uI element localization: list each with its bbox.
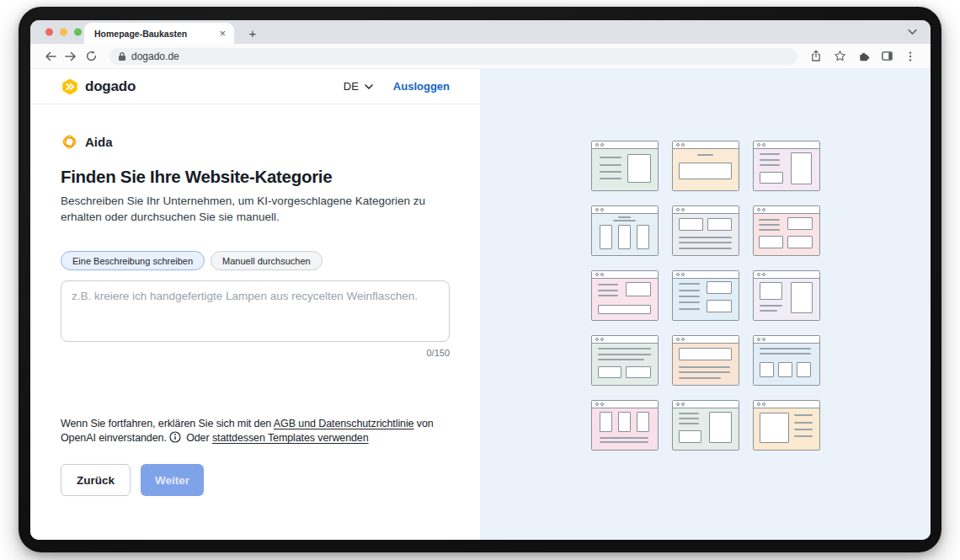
browser-tab[interactable]: Homepage-Baukasten × (84, 23, 234, 44)
dogado-hexagon-icon (61, 77, 79, 96)
use-templates-link[interactable]: stattdessen Templates verwenden (212, 432, 369, 444)
share-icon[interactable] (806, 46, 826, 67)
thumbnail-titlebar (754, 401, 819, 408)
template-thumbnail[interactable] (753, 335, 820, 386)
template-thumbnail[interactable] (672, 335, 739, 386)
chevron-down-icon (365, 84, 373, 89)
info-icon[interactable] (169, 431, 181, 447)
template-thumbnail[interactable] (591, 141, 659, 191)
tab-close-icon[interactable]: × (217, 28, 227, 39)
page-title: Finden Sie Ihre Website-Kategorie (61, 167, 450, 187)
aida-logo: Aida (61, 133, 450, 151)
thumbnail-titlebar (592, 206, 658, 214)
thumbnail-titlebar (592, 336, 658, 344)
legal-text: Wenn Sie fortfahren, erklären Sie sich m… (61, 417, 450, 447)
forward-icon[interactable] (61, 46, 81, 67)
tab-browse-manually[interactable]: Manuell durchsuchen (211, 251, 323, 270)
device-frame: Homepage-Baukasten × + doga (19, 7, 941, 552)
char-counter: 0/150 (61, 348, 450, 358)
thumbnail-titlebar (673, 336, 739, 344)
url-text: dogado.de (131, 51, 179, 62)
template-thumbnail[interactable] (672, 400, 739, 451)
thumbnail-titlebar (673, 206, 739, 214)
address-bar[interactable]: dogado.de (109, 48, 797, 65)
aida-mark-icon (61, 133, 78, 151)
logout-link[interactable]: Ausloggen (393, 80, 450, 93)
template-thumbnail[interactable] (753, 400, 820, 451)
tab-write-description[interactable]: Eine Beschreibung schreiben (61, 251, 205, 270)
template-thumbnail[interactable] (672, 205, 739, 256)
window-zoom-button[interactable] (74, 29, 82, 36)
thumbnail-titlebar (673, 271, 739, 279)
thumbnail-titlebar (592, 401, 658, 408)
reload-icon[interactable] (81, 46, 101, 67)
form-panel: dogado DE Ausloggen Aida (30, 69, 480, 540)
template-thumbnail[interactable] (672, 141, 739, 191)
template-thumbnail[interactable] (672, 270, 739, 321)
mode-tabs: Eine Beschreibung schreiben Manuell durc… (61, 251, 450, 270)
template-thumbnail[interactable] (591, 335, 659, 386)
templates-grid (591, 141, 820, 451)
bookmark-star-icon[interactable] (829, 46, 850, 67)
legal-part1: Wenn Sie fortfahren, erklären Sie sich m… (61, 418, 274, 429)
wizard-actions: Zurück Weiter (61, 464, 450, 496)
language-label: DE (344, 80, 359, 93)
template-thumbnail[interactable] (591, 400, 659, 451)
browser-toolbar: dogado.de (30, 44, 931, 69)
templates-panel (480, 69, 931, 540)
browser-tabstrip: Homepage-Baukasten × + (30, 20, 931, 44)
brand-name: dogado (85, 78, 136, 95)
back-button[interactable]: Zurück (61, 464, 131, 496)
thumbnail-titlebar (754, 271, 819, 279)
template-thumbnail[interactable] (753, 270, 820, 321)
next-button[interactable]: Weiter (141, 464, 204, 496)
thumbnail-titlebar (754, 141, 819, 149)
dogado-logo[interactable]: dogado (61, 77, 136, 96)
side-panel-icon[interactable] (877, 46, 897, 67)
menu-dots-icon[interactable] (900, 46, 920, 67)
thumbnail-titlebar (592, 271, 658, 279)
legal-part3: Oder (184, 432, 212, 444)
window-controls (45, 29, 82, 36)
template-thumbnail[interactable] (591, 205, 659, 256)
aida-name: Aida (85, 135, 113, 149)
thumbnail-titlebar (754, 336, 819, 344)
browser-window: Homepage-Baukasten × + doga (30, 20, 931, 540)
thumbnail-titlebar (673, 401, 739, 408)
page-subtitle: Beschreiben Sie Ihr Unternehmen, um KI-v… (61, 194, 450, 225)
window-close-button[interactable] (45, 29, 53, 36)
template-thumbnail[interactable] (591, 270, 659, 321)
thumbnail-titlebar (754, 206, 819, 214)
thumbnail-titlebar (592, 141, 658, 149)
template-thumbnail[interactable] (753, 205, 820, 256)
site-header: dogado DE Ausloggen (30, 69, 480, 104)
lock-icon (118, 51, 126, 61)
window-minimize-button[interactable] (60, 29, 67, 36)
new-tab-button[interactable]: + (244, 23, 261, 44)
terms-link[interactable]: AGB und Datenschutzrichtlinie (274, 418, 414, 429)
thumbnail-titlebar (673, 141, 739, 149)
description-textarea[interactable] (61, 280, 450, 342)
extensions-puzzle-icon[interactable] (853, 46, 873, 67)
language-selector[interactable]: DE (344, 80, 373, 93)
back-icon[interactable] (40, 46, 61, 67)
tab-search-chevron-icon[interactable] (908, 29, 917, 35)
tab-title: Homepage-Baukasten (94, 29, 217, 39)
template-thumbnail[interactable] (753, 141, 820, 191)
